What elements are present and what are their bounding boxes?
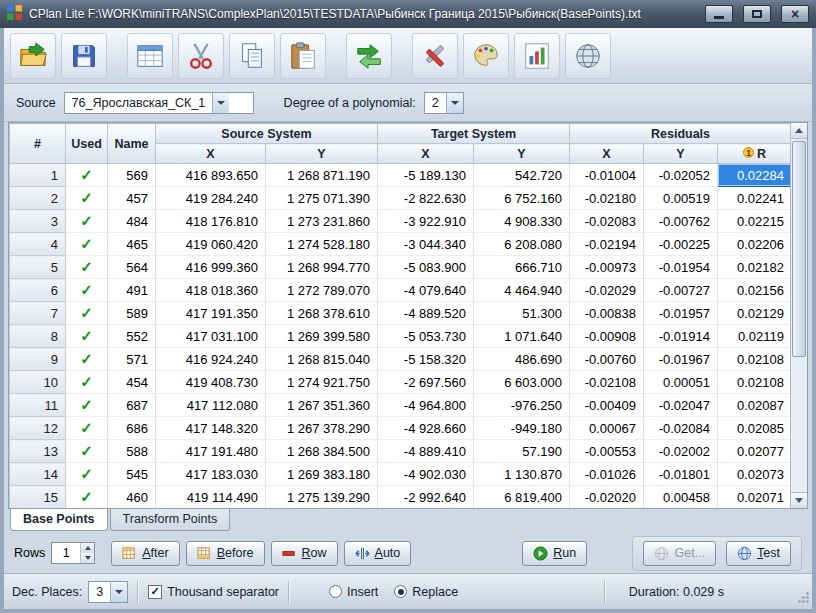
table-row[interactable]: 1 ✓ 569 416 893.650 1 268 871.190 -5 189…	[10, 164, 792, 187]
source-x-cell[interactable]: 417 112.080	[156, 394, 266, 417]
row-number-cell[interactable]: 1	[10, 164, 66, 187]
table-row[interactable]: 11 ✓ 687 417 112.080 1 267 351.360 -4 96…	[10, 394, 792, 417]
target-x-cell[interactable]: -3 044.340	[378, 233, 474, 256]
name-cell[interactable]: 571	[108, 348, 156, 371]
minimize-button[interactable]	[705, 5, 733, 23]
name-cell[interactable]: 589	[108, 302, 156, 325]
target-x-cell[interactable]: -4 964.800	[378, 394, 474, 417]
residual-x-cell[interactable]: -0.00908	[570, 325, 644, 348]
table-row[interactable]: 10 ✓ 454 419 408.730 1 274 921.750 -2 69…	[10, 371, 792, 394]
source-y-cell[interactable]: 1 268 384.500	[266, 440, 378, 463]
target-x-cell[interactable]: -4 928.660	[378, 417, 474, 440]
save-button[interactable]	[61, 33, 107, 79]
residual-r-cell[interactable]: 0.02073	[718, 463, 792, 486]
transform-button[interactable]	[346, 33, 392, 79]
close-button[interactable]: ×	[781, 5, 809, 23]
source-x-cell[interactable]: 419 060.420	[156, 233, 266, 256]
name-cell[interactable]: 465	[108, 233, 156, 256]
tab-base-points[interactable]: Base Points	[10, 509, 108, 531]
table-row[interactable]: 9 ✓ 571 416 924.240 1 268 815.040 -5 158…	[10, 348, 792, 371]
table-row[interactable]: 14 ✓ 545 417 183.030 1 269 383.180 -4 90…	[10, 463, 792, 486]
used-checkmark-cell[interactable]: ✓	[66, 463, 108, 486]
target-y-cell[interactable]: -976.250	[474, 394, 570, 417]
residual-r-cell[interactable]: 0.02087	[718, 394, 792, 417]
replace-radio[interactable]	[394, 585, 407, 598]
residual-x-cell[interactable]: -0.00409	[570, 394, 644, 417]
name-cell[interactable]: 474	[108, 509, 156, 510]
target-x-cell[interactable]: -4 889.410	[378, 440, 474, 463]
row-number-cell[interactable]: 8	[10, 325, 66, 348]
target-y-cell[interactable]: 57.190	[474, 440, 570, 463]
table-row[interactable]: 5 ✓ 564 416 999.360 1 268 994.770 -5 083…	[10, 256, 792, 279]
residual-y-cell[interactable]: -0.01954	[644, 256, 718, 279]
world-button[interactable]	[565, 33, 611, 79]
residual-y-cell[interactable]: -0.02084	[644, 417, 718, 440]
target-y-cell[interactable]: 666.710	[474, 256, 570, 279]
source-x-cell[interactable]: 419 284.240	[156, 187, 266, 210]
get-button[interactable]: Get...	[643, 541, 716, 566]
table-button[interactable]	[127, 33, 173, 79]
source-x-cell[interactable]: 416 999.360	[156, 256, 266, 279]
row-number-cell[interactable]: 11	[10, 394, 66, 417]
target-x-cell[interactable]: -2 992.640	[378, 486, 474, 509]
run-button[interactable]: Run	[522, 541, 587, 566]
residual-r-cell[interactable]: 0.02108	[718, 371, 792, 394]
used-checkmark-cell[interactable]: ✓	[66, 371, 108, 394]
header-target-y[interactable]: Y	[474, 144, 570, 164]
residual-y-cell[interactable]: -0.00762	[644, 210, 718, 233]
residual-x-cell[interactable]: -0.00973	[570, 256, 644, 279]
target-x-cell[interactable]: -3 697.320	[378, 509, 474, 510]
table-row[interactable]: 2 ✓ 457 419 284.240 1 275 071.390 -2 822…	[10, 187, 792, 210]
name-cell[interactable]: 484	[108, 210, 156, 233]
report-button[interactable]	[514, 33, 560, 79]
used-checkmark-cell[interactable]: ✓	[66, 187, 108, 210]
used-checkmark-cell[interactable]: ✓	[66, 302, 108, 325]
residual-x-cell[interactable]: -0.01026	[570, 463, 644, 486]
target-x-cell[interactable]: -4 902.030	[378, 463, 474, 486]
vertical-scrollbar[interactable]	[790, 123, 807, 508]
used-checkmark-cell[interactable]: ✓	[66, 325, 108, 348]
header-target-x[interactable]: X	[378, 144, 474, 164]
residual-r-cell[interactable]: 0.02241	[718, 187, 792, 210]
target-x-cell[interactable]: -5 083.900	[378, 256, 474, 279]
test-button[interactable]: Test	[726, 541, 791, 566]
target-y-cell[interactable]: 1 130.870	[474, 463, 570, 486]
residual-y-cell[interactable]: -0.01914	[644, 325, 718, 348]
target-y-cell[interactable]: 4 464.940	[474, 279, 570, 302]
residual-r-cell[interactable]: 0.02215	[718, 210, 792, 233]
row-number-cell[interactable]: 14	[10, 463, 66, 486]
target-y-cell[interactable]: 6 752.160	[474, 187, 570, 210]
residual-r-cell[interactable]: 0.02284	[718, 164, 792, 187]
residual-y-cell[interactable]: -0.02052	[644, 164, 718, 187]
name-cell[interactable]: 457	[108, 187, 156, 210]
dec-places-arrow[interactable]	[110, 582, 127, 602]
header-name[interactable]: Name	[108, 124, 156, 164]
palette-button[interactable]	[463, 33, 509, 79]
source-y-cell[interactable]: 1 272 789.070	[266, 279, 378, 302]
target-y-cell[interactable]: 6 208.080	[474, 233, 570, 256]
header-residual-x[interactable]: X	[570, 144, 644, 164]
scroll-down-button[interactable]	[791, 492, 807, 508]
scrollbar-thumb[interactable]	[792, 141, 806, 357]
used-checkmark-cell[interactable]: ✓	[66, 509, 108, 510]
residual-x-cell[interactable]: -0.00955	[570, 509, 644, 510]
target-y-cell[interactable]: -949.180	[474, 417, 570, 440]
target-x-cell[interactable]: -4 889.520	[378, 302, 474, 325]
table-row[interactable]: 8 ✓ 552 417 031.100 1 269 399.580 -5 053…	[10, 325, 792, 348]
source-y-cell[interactable]: 1 268 871.190	[266, 164, 378, 187]
auto-fit-button[interactable]: Auto	[344, 541, 412, 566]
name-cell[interactable]: 588	[108, 440, 156, 463]
target-y-cell[interactable]: 486.690	[474, 348, 570, 371]
residual-x-cell[interactable]: -0.00553	[570, 440, 644, 463]
thousand-separator-checkbox[interactable]	[148, 585, 162, 599]
spinner-down-button[interactable]	[81, 553, 94, 563]
resize-grip[interactable]	[797, 591, 810, 607]
degree-select[interactable]: 2	[424, 92, 464, 114]
residual-r-cell[interactable]: 0.02156	[718, 279, 792, 302]
table-row[interactable]: 6 ✓ 491 418 018.360 1 272 789.070 -4 079…	[10, 279, 792, 302]
used-checkmark-cell[interactable]: ✓	[66, 210, 108, 233]
name-cell[interactable]: 686	[108, 417, 156, 440]
scroll-up-button[interactable]	[791, 123, 807, 139]
source-y-cell[interactable]: 1 269 399.580	[266, 325, 378, 348]
row-number-cell[interactable]: 6	[10, 279, 66, 302]
